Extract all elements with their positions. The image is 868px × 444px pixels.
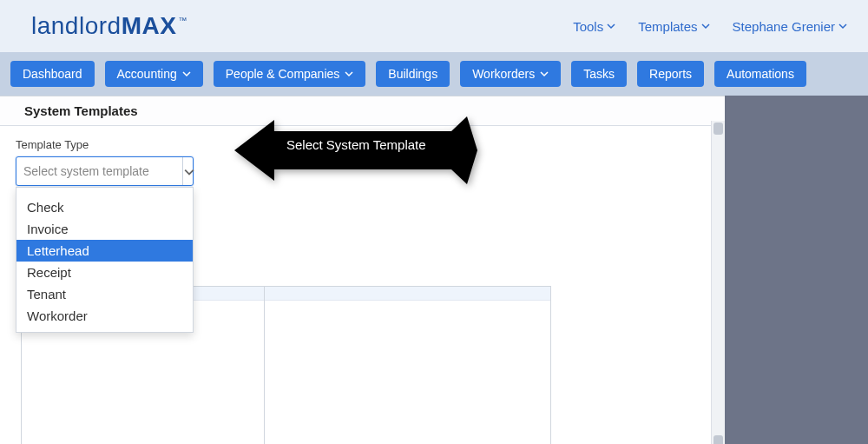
- chevron-down-icon: [701, 22, 710, 30]
- preview-header: [265, 287, 550, 301]
- topmenu-templates-label: Templates: [638, 19, 697, 34]
- logo-tm: ™: [178, 16, 187, 25]
- logo-part2: MAX: [122, 12, 177, 40]
- chevron-down-icon: [182, 70, 191, 78]
- nav-reports[interactable]: Reports: [637, 61, 704, 87]
- nav-workorders-label: Workorders: [472, 67, 535, 81]
- nav-people[interactable]: People & Companies: [214, 61, 366, 87]
- topmenu-user-label: Stephane Grenier: [733, 19, 835, 34]
- topmenu-templates[interactable]: Templates: [638, 19, 709, 34]
- nav-dashboard[interactable]: Dashboard: [10, 61, 95, 87]
- template-type-combo[interactable]: [16, 156, 194, 186]
- scroll-up-icon[interactable]: [713, 123, 723, 135]
- logo: landlord MAX ™: [31, 12, 187, 40]
- callout-arrow: Select System Template: [234, 116, 477, 184]
- combo-drop-button[interactable]: [182, 157, 193, 185]
- template-type-dropdown: CheckInvoiceLetterheadReceiptTenantWorko…: [16, 187, 194, 333]
- chevron-down-icon: [607, 22, 615, 30]
- nav-tasks[interactable]: Tasks: [571, 61, 627, 87]
- template-type-input[interactable]: [16, 157, 182, 185]
- nav-reports-label: Reports: [649, 67, 692, 81]
- nav-automations-label: Automations: [727, 67, 794, 81]
- nav-accounting[interactable]: Accounting: [105, 61, 203, 87]
- nav-people-label: People & Companies: [226, 67, 340, 81]
- nav-dashboard-label: Dashboard: [23, 67, 82, 81]
- nav-workorders[interactable]: Workorders: [460, 61, 561, 87]
- nav-tasks-label: Tasks: [583, 67, 615, 81]
- nav-accounting-label: Accounting: [117, 67, 177, 81]
- dropdown-option[interactable]: Tenant: [16, 283, 193, 305]
- nav-bar: Dashboard Accounting People & Companies …: [0, 52, 868, 96]
- topmenu-user[interactable]: Stephane Grenier: [733, 19, 847, 34]
- side-panel: [725, 96, 868, 444]
- chevron-down-icon: [540, 70, 549, 78]
- top-bar: landlord MAX ™ Tools Templates Stephane …: [0, 0, 868, 52]
- callout-text: Select System Template: [286, 137, 426, 152]
- topmenu-tools[interactable]: Tools: [573, 19, 615, 34]
- chevron-down-icon: [184, 167, 193, 176]
- chevron-down-icon: [838, 22, 847, 30]
- nav-buildings[interactable]: Buildings: [376, 61, 450, 87]
- nav-buildings-label: Buildings: [388, 67, 437, 81]
- dropdown-option[interactable]: Letterhead: [16, 240, 193, 262]
- scroll-down-icon[interactable]: [713, 435, 723, 444]
- chevron-down-icon: [345, 70, 353, 78]
- vertical-scrollbar[interactable]: [711, 121, 725, 444]
- nav-automations[interactable]: Automations: [714, 61, 806, 87]
- logo-part1: landlord: [31, 12, 122, 40]
- preview-pane-right: [265, 286, 551, 444]
- dropdown-option[interactable]: Receipt: [16, 262, 193, 283]
- dropdown-option[interactable]: Workorder: [16, 305, 193, 327]
- dropdown-option[interactable]: Check: [16, 196, 193, 218]
- topmenu-tools-label: Tools: [573, 19, 603, 34]
- top-menu: Tools Templates Stephane Grenier: [573, 19, 847, 34]
- dropdown-option[interactable]: Invoice: [16, 218, 193, 240]
